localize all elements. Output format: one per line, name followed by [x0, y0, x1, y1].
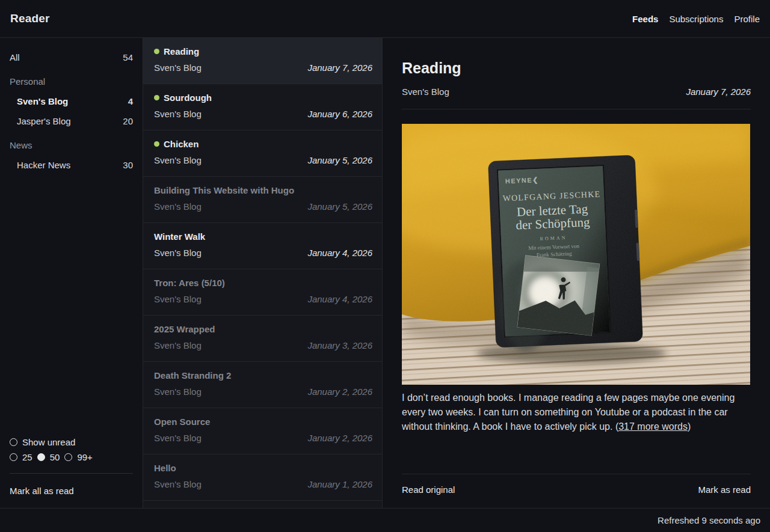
entry-date: January 6, 2026: [307, 109, 372, 119]
sidebar-filters: Show unread 25 50 99+: [10, 432, 133, 496]
feed-label: Sven's Blog: [17, 96, 68, 106]
article-feed: Sven's Blog: [402, 87, 449, 97]
feed-label: All: [10, 52, 20, 63]
more-words-link[interactable]: 317 more words: [618, 421, 688, 432]
entry-date: January 5, 2026: [307, 155, 372, 165]
page-size-50[interactable]: 50: [37, 452, 60, 462]
page-size-options: 25 50 99+: [10, 452, 133, 462]
entry-date: January 4, 2026: [307, 294, 372, 304]
unread-dot-icon: [154, 141, 159, 147]
section-personal-feeds: Sven's Blog 4 Jasper's Blog 20: [10, 96, 133, 126]
app-title: Reader: [10, 12, 50, 25]
article-actions: Read original Mark as read: [402, 485, 751, 508]
section-title-personal: Personal: [10, 76, 133, 87]
entry-date: January 1, 2026: [307, 479, 372, 489]
entry-list: Reading Sven's BlogJanuary 7, 2026 Sourd…: [143, 38, 383, 508]
sidebar-item-hacker-news[interactable]: Hacker News 30: [10, 160, 133, 170]
list-item[interactable]: Open Source Sven's BlogJanuary 2, 2026: [143, 408, 382, 454]
entry-date: January 3, 2026: [307, 340, 372, 350]
unread-count: 54: [123, 52, 133, 63]
unread-count: 20: [123, 116, 133, 126]
list-item[interactable]: Reading Sven's BlogJanuary 7, 2026: [143, 38, 382, 84]
app-header: Reader Feeds Subscriptions Profile: [0, 0, 770, 38]
show-unread-label: Show unread: [22, 437, 75, 447]
unread-dot-icon: [154, 49, 159, 54]
list-item[interactable]: Chicken Sven's BlogJanuary 5, 2026: [143, 130, 382, 177]
sidebar: All 54 Personal Sven's Blog 4 Jasper's B…: [0, 38, 143, 508]
entry-title: Sourdough: [164, 93, 212, 103]
article-footer-divider: [402, 474, 751, 474]
article-title: Reading: [402, 60, 751, 76]
reader-app: Reader Feeds Subscriptions Profile All 5…: [0, 0, 770, 532]
show-unread-radio[interactable]: [10, 438, 17, 446]
entry-feed: Sven's Blog: [154, 387, 202, 397]
page-size-99[interactable]: 99+: [64, 452, 92, 462]
mark-as-read-button[interactable]: Mark as read: [698, 485, 751, 495]
entry-feed: Sven's Blog: [154, 63, 202, 73]
sidebar-item-all[interactable]: All 54: [10, 52, 133, 63]
entry-feed: Sven's Blog: [154, 109, 202, 119]
article-date: January 7, 2026: [686, 87, 751, 97]
entry-date: January 5, 2026: [307, 201, 372, 212]
list-item[interactable]: Tron: Ares (5/10) Sven's BlogJanuary 4, …: [143, 269, 382, 316]
page-size-50-radio[interactable]: [37, 453, 45, 461]
show-unread-option[interactable]: Show unread: [10, 437, 133, 447]
article-meta: Sven's Blog January 7, 2026: [402, 87, 751, 97]
entry-title: Chicken: [164, 139, 199, 149]
entry-title: Death Stranding 2: [154, 370, 231, 381]
list-item[interactable]: 2025 Wrapped Sven's BlogJanuary 3, 2026: [143, 316, 382, 362]
section-news-feeds: Hacker News 30: [10, 160, 133, 170]
entry-feed: Sven's Blog: [154, 294, 202, 304]
feed-label: Hacker News: [17, 160, 70, 170]
page-size-50-label: 50: [50, 452, 60, 462]
refreshed-status: Refreshed 9 seconds ago: [658, 515, 760, 525]
section-title-news: News: [10, 140, 133, 150]
entry-title: Building This Website with Hugo: [154, 185, 294, 195]
page-size-99-radio[interactable]: [64, 453, 72, 461]
top-navigation: Feeds Subscriptions Profile: [632, 14, 760, 24]
entry-feed: Sven's Blog: [154, 155, 202, 165]
entry-title: Reading: [164, 46, 199, 57]
list-item[interactable]: Sourdough Sven's BlogJanuary 6, 2026: [143, 84, 382, 130]
unread-count: 4: [128, 96, 133, 106]
page-size-25-radio[interactable]: [10, 453, 17, 461]
entry-date: January 7, 2026: [307, 63, 372, 73]
sidebar-item-jaspers-blog[interactable]: Jasper's Blog 20: [10, 116, 133, 126]
article-header-divider: [402, 109, 751, 109]
page-size-25[interactable]: 25: [10, 452, 32, 462]
entry-date: January 2, 2026: [307, 387, 372, 397]
sidebar-divider: [10, 473, 133, 474]
entry-feed: Sven's Blog: [154, 201, 202, 212]
entry-feed: Sven's Blog: [154, 479, 202, 489]
article-body-close-paren: ): [688, 421, 691, 432]
entry-title: Winter Walk: [154, 231, 205, 242]
unread-count: 30: [123, 160, 133, 170]
list-item[interactable]: Building This Website with Hugo Sven's B…: [143, 177, 382, 223]
entry-feed: Sven's Blog: [154, 248, 202, 258]
article-body: I don’t read enough books. I manage read…: [402, 391, 750, 434]
article-hero-image: HEYNE❮ WOLFGANG JESCHKE Der letzte Tag d…: [402, 124, 750, 385]
sidebar-item-svens-blog[interactable]: Sven's Blog 4: [10, 96, 133, 106]
list-item[interactable]: Hello Sven's BlogJanuary 1, 2026: [143, 454, 382, 501]
entry-date: January 2, 2026: [307, 433, 372, 443]
nav-subscriptions[interactable]: Subscriptions: [669, 14, 723, 24]
status-bar: Refreshed 9 seconds ago: [0, 508, 770, 532]
nav-feeds[interactable]: Feeds: [632, 14, 658, 24]
feed-label: Jasper's Blog: [17, 116, 71, 126]
page-size-25-label: 25: [22, 452, 32, 462]
feed-tree: All 54 Personal Sven's Blog 4 Jasper's B…: [10, 52, 133, 170]
unread-dot-icon: [154, 95, 159, 100]
list-item[interactable]: Death Stranding 2 Sven's BlogJanuary 2, …: [143, 362, 382, 408]
article-actions-block: Read original Mark as read: [402, 462, 751, 508]
page-size-99-label: 99+: [77, 452, 92, 462]
main-area: All 54 Personal Sven's Blog 4 Jasper's B…: [0, 38, 770, 508]
entry-feed: Sven's Blog: [154, 433, 202, 443]
entry-date: January 4, 2026: [307, 248, 372, 258]
read-original-button[interactable]: Read original: [402, 485, 455, 495]
entry-feed: Sven's Blog: [154, 340, 202, 350]
mark-all-as-read-button[interactable]: Mark all as read: [10, 486, 133, 496]
nav-profile[interactable]: Profile: [734, 14, 760, 24]
article-pane: Reading Sven's Blog January 7, 2026: [383, 38, 770, 508]
entry-title: Tron: Ares (5/10): [154, 278, 225, 288]
list-item[interactable]: Winter Walk Sven's BlogJanuary 4, 2026: [143, 223, 382, 269]
